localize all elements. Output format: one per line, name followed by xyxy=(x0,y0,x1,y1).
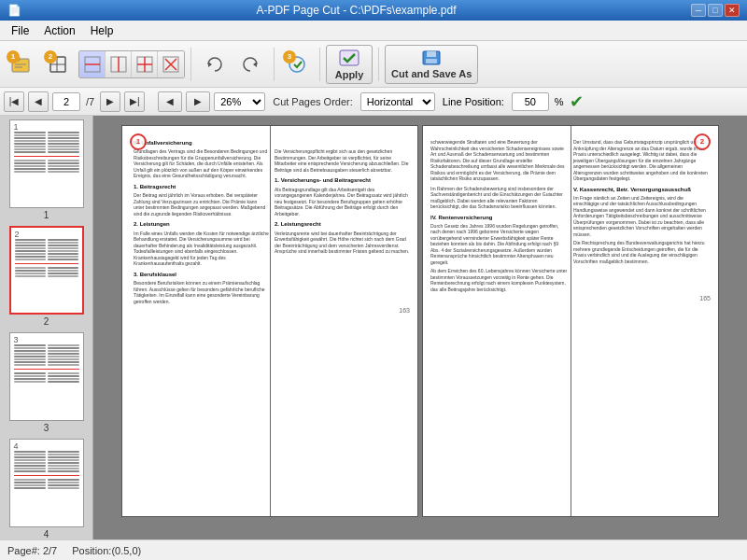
apply-label: Apply xyxy=(335,69,364,80)
separator-4 xyxy=(378,48,379,81)
process-button[interactable]: 3 xyxy=(280,48,314,81)
cut-hv-button[interactable] xyxy=(132,51,158,77)
zoom-select[interactable]: 26% 50% 75% 100% xyxy=(214,92,265,111)
page-marker-2: 2 xyxy=(694,133,711,150)
cut-line-left xyxy=(270,126,271,516)
redo-button[interactable] xyxy=(234,48,268,81)
cut-v-button[interactable] xyxy=(106,51,132,77)
page-spread: 1 III. Unfallversicherung Grundlagen des… xyxy=(121,125,719,517)
last-page-button[interactable]: ▶| xyxy=(124,91,145,112)
menu-bar: File Action Help xyxy=(0,21,747,41)
page-right[interactable]: 2 schwerwiegende Straftaten und eine Bew… xyxy=(422,125,719,517)
page-info: Page#: 2/7 xyxy=(7,545,57,556)
cut-icons-group xyxy=(78,50,185,78)
title-bar: 📄 A-PDF Page Cut - C:\PDFs\example.pdf ─… xyxy=(0,0,747,21)
page-cols-left: Grundlagen des Vertrags sind die Besonde… xyxy=(134,148,410,304)
svg-rect-21 xyxy=(426,59,437,63)
content-area[interactable]: 1 III. Unfallversicherung Grundlagen des… xyxy=(93,116,747,539)
menu-file[interactable]: File xyxy=(4,22,36,39)
thumb-label-4: 4 xyxy=(44,529,49,539)
save-button[interactable]: Cut and Save As xyxy=(385,45,478,84)
cut-pages-order-select[interactable]: Horizontal Vertical xyxy=(360,92,435,111)
page-col-right-2: Der Umstand, dass das Geburtstagsprinzip… xyxy=(573,139,711,292)
zoom-out-button[interactable]: ◀ xyxy=(158,91,182,112)
nav-bar: |◀ ◀ 2 /7 ▶ ▶| ◀ ▶ 26% 50% 75% 100% Cut … xyxy=(0,88,747,116)
svg-rect-20 xyxy=(427,51,436,57)
grid-button[interactable]: 2 xyxy=(41,48,75,81)
page-col-right-1: schwerwiegende Straftaten und eine Bewer… xyxy=(430,139,568,292)
next-page-button[interactable]: ▶ xyxy=(100,91,120,112)
separator-2 xyxy=(274,48,275,81)
undo-button[interactable] xyxy=(197,48,231,81)
status-bar: Page#: 2/7 Position:(0.5,0) xyxy=(0,539,747,560)
menu-action[interactable]: Action xyxy=(36,22,82,39)
first-page-button[interactable]: |◀ xyxy=(4,91,24,112)
open-file-button[interactable]: 1 xyxy=(4,48,37,81)
page-total: /7 xyxy=(84,96,96,107)
badge-3: 3 xyxy=(283,50,296,63)
thumb-label-3: 3 xyxy=(44,423,49,433)
main-area: 1 xyxy=(0,116,747,539)
sidebar: 1 xyxy=(0,116,93,539)
separator-1 xyxy=(190,48,191,81)
menu-help[interactable]: Help xyxy=(83,22,121,39)
page-number-left: 163 xyxy=(134,304,410,315)
prev-page-button[interactable]: ◀ xyxy=(28,91,49,112)
save-label: Cut and Save As xyxy=(391,68,472,79)
svg-rect-18 xyxy=(340,50,359,65)
thumb-page-2[interactable]: 2 xyxy=(4,226,89,327)
zoom-in-button[interactable]: ▶ xyxy=(186,91,210,112)
line-position-label: Line Position: xyxy=(439,96,508,107)
confirm-button[interactable]: ✔ xyxy=(570,91,584,112)
minimize-button[interactable]: ─ xyxy=(691,4,706,17)
close-button[interactable]: ✕ xyxy=(725,4,740,17)
cut-pages-order-label: Cut Pages Order: xyxy=(269,96,357,107)
badge-2: 2 xyxy=(44,50,57,63)
title-bar-text: A-PDF Page Cut - C:\PDFs\example.pdf xyxy=(256,4,456,17)
cut-delete-button[interactable] xyxy=(158,51,184,77)
apply-button[interactable]: Apply xyxy=(326,45,373,84)
svg-marker-16 xyxy=(253,62,257,67)
toolbar: 1 2 xyxy=(0,41,747,88)
svg-marker-15 xyxy=(208,62,212,67)
cut-line-right xyxy=(571,126,571,516)
line-position-input[interactable] xyxy=(512,92,549,111)
page-marker-1: 1 xyxy=(130,133,147,150)
title-bar-buttons: ─ □ ✕ xyxy=(691,4,740,17)
thumb-label-1: 1 xyxy=(44,210,49,220)
cut-h-button[interactable] xyxy=(79,51,106,77)
thumb-label-2: 2 xyxy=(44,316,49,327)
page-left[interactable]: 1 III. Unfallversicherung Grundlagen des… xyxy=(121,125,418,517)
section-title-left: III. Unfallversicherung xyxy=(134,139,410,147)
separator-3 xyxy=(319,48,320,81)
maximize-button[interactable]: □ xyxy=(708,4,723,17)
badge-1: 1 xyxy=(7,50,20,63)
page-col-left-2: Die Versicherungspflicht ergibt sich aus… xyxy=(275,148,410,304)
position-info: Position:(0.5,0) xyxy=(72,545,141,556)
page-input[interactable]: 2 xyxy=(52,92,80,111)
percent-label: % xyxy=(553,96,566,107)
thumb-page-3[interactable]: 3 xyxy=(4,332,89,433)
title-bar-icon: 📄 xyxy=(7,4,21,17)
thumb-page-4[interactable]: 4 xyxy=(4,439,89,539)
page-col-left-1: Grundlagen des Vertrags sind die Besonde… xyxy=(134,148,269,304)
thumb-page-1[interactable]: 1 xyxy=(4,119,89,220)
